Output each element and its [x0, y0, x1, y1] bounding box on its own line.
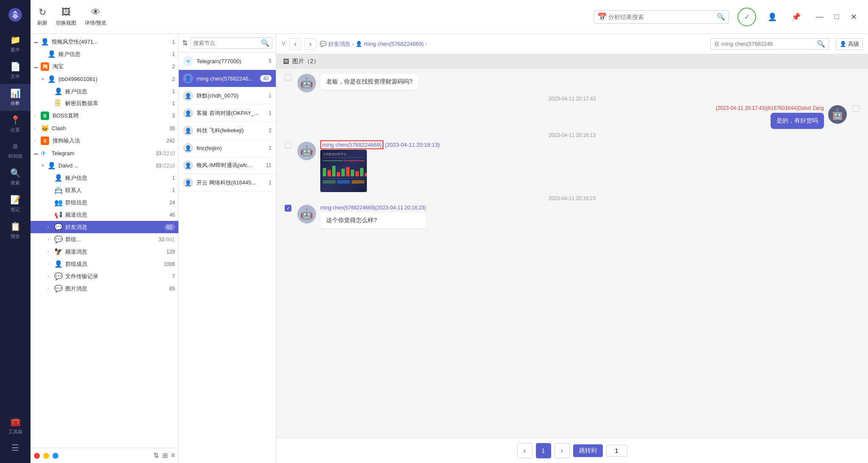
tree-item-label: Clash — [52, 125, 169, 131]
cases-icon: 📁 — [10, 35, 21, 45]
dot-red[interactable] — [34, 453, 40, 459]
pin-button[interactable]: 📌 — [788, 9, 804, 25]
user-button[interactable]: 👤 — [765, 9, 780, 25]
node-item-telegram[interactable]: ✈ Telegram(777000) 5 — [179, 53, 276, 70]
tree-item-count: 2 — [172, 76, 175, 82]
node-item-mingchen[interactable]: 👤 ming chen(57682246... 40 — [179, 70, 276, 87]
search-icon[interactable]: 🔍 — [717, 13, 725, 21]
tree-item-groupmembers[interactable]: › 👤 群组成员 1006 — [31, 258, 178, 270]
nav-forward-button[interactable]: › — [305, 38, 316, 50]
git-icon[interactable]: ⑂ — [281, 39, 286, 48]
image-icon: 🖼 — [283, 58, 289, 65]
sidebar-item-analysis[interactable]: 📊 分析 — [0, 84, 31, 111]
node-label: finc(feijim) — [197, 145, 269, 151]
dot-blue[interactable] — [53, 453, 58, 459]
user-icon: 👤 — [54, 260, 64, 268]
tree-item-groupinfo[interactable]: 👥 群组信息 24 — [31, 196, 178, 209]
tree-item-daivd[interactable]: ▼ 👤 Daivd ... 33 /2210 — [31, 159, 178, 172]
node-item-kefu[interactable]: 👤 客服 咨询对接(OKPAY_... 1 — [179, 105, 276, 122]
calendar-icon[interactable]: 📅 — [597, 12, 607, 22]
shield-button[interactable]: ✓ — [738, 8, 756, 26]
node-item-jingmo[interactable]: 👤 静默(chdh_0070) 1 — [179, 87, 276, 105]
search-icon[interactable]: 🔍 — [261, 39, 269, 47]
tree-item-label: 淘宝 — [53, 63, 172, 70]
node-label: Telegram(777000) — [197, 58, 269, 64]
maximize-button[interactable]: □ — [829, 9, 844, 25]
node-count: 1 — [269, 180, 272, 186]
tree-item-telegram[interactable]: ▬ ✈ Telegram 33 /2210 — [31, 147, 178, 159]
sidebar-item-label: 分析 — [11, 100, 20, 106]
tree-item-tb0499[interactable]: ▼ 👤 (tb0499601081) 2 — [31, 73, 178, 85]
window-controls: — □ ✕ — [812, 9, 861, 25]
avatar-icon: 🤖 — [300, 208, 313, 220]
minimize-button[interactable]: — — [812, 9, 827, 25]
msg-image[interactable]: 交易数据分析平台 — [320, 150, 367, 192]
jump-input[interactable] — [606, 445, 627, 457]
tree-item-taobao[interactable]: ▬ 淘 淘宝 2 — [31, 60, 178, 73]
chevron-icon: ▬ — [34, 151, 41, 156]
tree-item-contacts[interactable]: 📇 联系人 1 — [31, 184, 178, 196]
search-input[interactable] — [608, 14, 717, 20]
msg-checkbox-2[interactable] — [853, 105, 860, 112]
notes-icon: 📝 — [10, 195, 21, 205]
switch-view-button[interactable]: 🖼 切换视图 — [56, 7, 76, 27]
tree-item-imgmsg[interactable]: › 💬 图片消息 65 — [31, 282, 178, 295]
tree-item-groupmsg[interactable]: › 💬 群组... 33 /941 — [31, 233, 178, 245]
list-icon[interactable]: ≡ — [171, 452, 175, 460]
sidebar-item-notes[interactable]: 📝 笔记 — [0, 190, 31, 217]
sort-down-icon[interactable]: ⇅ — [153, 452, 159, 460]
page-1-button[interactable]: 1 — [536, 443, 551, 458]
breadcrumb-current[interactable]: ming chen(5768224669) — [364, 41, 424, 47]
jump-to-button[interactable]: 跳转到 — [573, 444, 603, 457]
next-page-button[interactable]: › — [555, 443, 570, 458]
tree-item-accountinfo1[interactable]: 👤 账户信息 1 — [31, 48, 178, 60]
sidebar-item-timeline[interactable]: ≡ 时间线 — [0, 137, 31, 164]
close-button[interactable]: ✕ — [846, 9, 861, 25]
sidebar-item-reports[interactable]: 📋 报告 — [0, 217, 31, 244]
msg-checkbox-4[interactable]: ✓ — [285, 205, 291, 212]
pin-icon: 📌 — [791, 12, 801, 22]
img-section-header: 🖼 图片（2） — [276, 54, 868, 69]
detail-preview-button[interactable]: 👁 详情/预览 — [85, 7, 106, 27]
user-icon: 👤 — [183, 160, 193, 170]
tree-item-channelinfo[interactable]: 📢 频道信息 46 — [31, 209, 178, 221]
search-nav-icon: 🔍 — [10, 168, 21, 178]
dot-yellow[interactable] — [43, 453, 49, 459]
msg-checkbox-3[interactable] — [285, 142, 291, 148]
msg-checkbox-1[interactable] — [285, 74, 291, 81]
sidebar-item-files[interactable]: 📄 文件 — [0, 57, 31, 84]
breadcrumb-root[interactable]: 好友消息 — [328, 40, 350, 48]
tree-item-boss[interactable]: › B BOSS直聘 3 — [31, 109, 178, 122]
msg-timestamp-1: 2023-04-11 20:17:43 — [283, 96, 861, 102]
refresh-button[interactable]: ↻ 刷新 — [37, 7, 47, 27]
hamburger-button[interactable]: ☰ — [7, 439, 24, 456]
grid-icon[interactable]: ⊞ — [162, 452, 168, 460]
node-item-wanfeng[interactable]: 👤 晚风-IM即时通讯(wfc... 11 — [179, 157, 276, 174]
tree-item-filetransfer[interactable]: › 💬 文件传输记录 7 — [31, 270, 178, 282]
node-item-finc[interactable]: 👤 finc(feijim) 1 — [179, 139, 276, 157]
tree-item-count2: /2210 — [162, 163, 175, 169]
nav-back-button[interactable]: ‹ — [289, 38, 301, 50]
search-icon[interactable]: 🔍 — [817, 40, 825, 48]
tree-item-accountinfo3[interactable]: 👤 账户信息 1 — [31, 172, 178, 184]
sidebar-item-label: 时间线 — [8, 153, 22, 159]
node-item-kaiyun[interactable]: 👤 开云 网络科技(616445... 1 — [179, 174, 276, 192]
sidebar-item-search[interactable]: 🔍 搜索 — [0, 164, 31, 190]
tree-item-henwanfengkong[interactable]: ▬ 👤 恨晚风空怅(4971... 1 — [31, 36, 178, 48]
tree-item-sougou[interactable]: › S 搜狗输入法 242 — [31, 134, 178, 147]
sort-icon[interactable]: ⇅ — [182, 39, 188, 47]
tree-item-clash[interactable]: › 🐱 Clash 36 — [31, 122, 178, 134]
sidebar-item-label: 报告 — [11, 233, 20, 240]
prev-page-button[interactable]: ‹ — [517, 443, 532, 458]
content-search-input[interactable] — [714, 41, 817, 47]
nodes-search-input[interactable] — [193, 40, 261, 46]
tree-item-decryptdb[interactable]: 🗄 解密后数据库 1 — [31, 98, 178, 109]
tree-item-friendmsg[interactable]: › 💬 好友消息 62 — [31, 221, 178, 233]
sidebar-item-cases[interactable]: 📁 案件 — [0, 31, 31, 57]
sidebar-item-tools[interactable]: 🧰 工具箱 — [0, 413, 31, 439]
node-item-keji[interactable]: 👤 科技 飞科(feikekeji) 2 — [179, 122, 276, 139]
sidebar-item-location[interactable]: 📍 位置 — [0, 111, 31, 137]
advanced-button[interactable]: 👤 高级 — [836, 38, 863, 50]
tree-item-accountinfo2[interactable]: 👤 账户信息 1 — [31, 85, 178, 98]
tree-item-channelmsg[interactable]: › 🦅 频道消息 129 — [31, 245, 178, 258]
